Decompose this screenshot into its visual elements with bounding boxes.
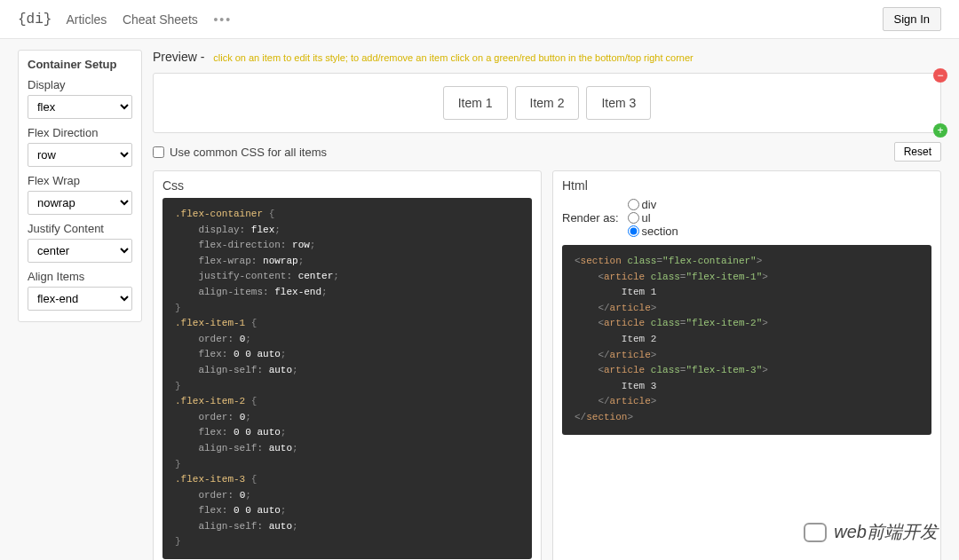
nav-more[interactable]: •••: [213, 12, 232, 27]
add-item-button[interactable]: +: [933, 123, 947, 138]
preview-heading: Preview - click on an item to edit its s…: [153, 50, 941, 64]
render-option-section[interactable]: section: [628, 225, 678, 238]
html-code: <section class="flex-container"> <articl…: [562, 245, 931, 435]
align-items-select[interactable]: flex-end: [28, 287, 132, 311]
common-css-label[interactable]: Use common CSS for all items: [153, 146, 327, 159]
common-css-text: Use common CSS for all items: [170, 146, 327, 159]
preview-item[interactable]: Item 1: [443, 86, 508, 120]
nav-cheatsheets[interactable]: Cheat Sheets: [123, 12, 198, 27]
preview-toolbar: Use common CSS for all items Reset: [153, 142, 941, 162]
preview-item[interactable]: Item 3: [586, 86, 651, 120]
align-items-label: Align Items: [28, 270, 132, 283]
flex-direction-select[interactable]: row: [28, 143, 132, 167]
common-css-checkbox[interactable]: [153, 146, 164, 158]
flex-wrap-select[interactable]: nowrap: [28, 191, 132, 215]
render-radio-ul[interactable]: [628, 212, 639, 224]
sign-in-button[interactable]: Sign In: [883, 7, 941, 31]
sidebar-title: Container Setup: [28, 58, 132, 71]
css-panel-title: Css: [162, 178, 532, 193]
container-setup-panel: Container Setup Display flex Flex Direct…: [18, 50, 142, 322]
preview-box: − Item 1 Item 2 Item 3 +: [153, 73, 941, 133]
justify-content-label: Justify Content: [28, 222, 132, 235]
html-panel-title: Html: [562, 178, 931, 193]
render-option-ul[interactable]: ul: [628, 211, 678, 225]
css-panel: Css .flex-container { display: flex; fle…: [153, 170, 542, 560]
nav-articles[interactable]: Articles: [66, 12, 107, 27]
flex-wrap-label: Flex Wrap: [28, 174, 132, 187]
display-label: Display: [28, 78, 132, 91]
display-select[interactable]: flex: [28, 95, 132, 119]
render-radio-section[interactable]: [628, 225, 639, 237]
preview-hint: click on an item to edit its style; to a…: [213, 52, 693, 63]
render-radio-div[interactable]: [628, 199, 639, 210]
topbar: {di} Articles Cheat Sheets ••• Sign In: [0, 0, 959, 39]
justify-content-select[interactable]: center: [28, 239, 132, 263]
remove-item-button[interactable]: −: [933, 68, 947, 83]
preview-title: Preview -: [153, 50, 204, 64]
reset-button[interactable]: Reset: [894, 142, 941, 162]
nav: Articles Cheat Sheets •••: [66, 12, 244, 27]
flex-direction-label: Flex Direction: [28, 126, 132, 139]
render-option-div[interactable]: div: [628, 198, 678, 211]
logo: {di}: [18, 12, 52, 28]
render-as-label: Render as:: [562, 211, 619, 225]
html-panel: Html Render as: divulsection <section cl…: [552, 170, 941, 560]
preview-item[interactable]: Item 2: [515, 86, 580, 120]
render-as-row: Render as: divulsection: [562, 198, 931, 238]
css-code: .flex-container { display: flex; flex-di…: [162, 198, 532, 559]
